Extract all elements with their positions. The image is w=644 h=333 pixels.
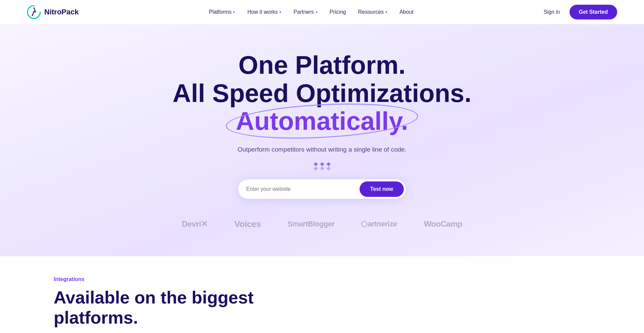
hero-title: One Platform. All Speed Optimizations. A…: [173, 51, 472, 135]
dot-decoration: [326, 162, 331, 166]
nav-item-partners[interactable]: Partners ▾: [293, 9, 317, 15]
woocamp-logo: WooCamp: [424, 219, 462, 229]
partnerize-p-icon: [361, 221, 367, 227]
dot-decoration: [320, 162, 324, 166]
nav-item-about[interactable]: About: [399, 9, 414, 15]
chevron-down-icon: ▾: [316, 10, 318, 14]
voices-logo: Voices: [234, 219, 261, 229]
hero-auto-word: Automatically.: [236, 107, 408, 135]
test-now-button[interactable]: Test now: [360, 181, 404, 197]
partner-logos-row: Devri✕ Voices SmartBlogger artnerize Woo…: [182, 219, 462, 229]
logo-text: NitroPack: [44, 8, 79, 16]
nav-item-how-it-works[interactable]: How it works ▾: [247, 9, 281, 15]
dot-decoration: [314, 166, 318, 171]
dot-decoration: [314, 162, 318, 166]
partnerize-logo: artnerize: [361, 220, 397, 228]
dot-decoration: [326, 166, 331, 171]
devrix-logo: Devri✕: [182, 219, 208, 229]
sign-in-link[interactable]: Sign in: [544, 9, 560, 15]
nav-links: Platforms ▾ How it works ▾ Partners ▾ Pr…: [209, 9, 414, 15]
integrations-section: Integrations Available on the biggest pl…: [0, 256, 644, 333]
nav-right: Sign in Get Started: [544, 5, 617, 19]
dot-decoration: [320, 166, 324, 171]
get-started-button[interactable]: Get Started: [570, 5, 617, 19]
nav-item-platforms[interactable]: Platforms ▾: [209, 9, 235, 15]
logo-area[interactable]: NitroPack: [27, 5, 79, 19]
website-search-bar: Test now: [238, 179, 406, 199]
chevron-down-icon: ▾: [385, 10, 387, 14]
nav-item-pricing[interactable]: Pricing: [330, 9, 346, 15]
nav-item-resources[interactable]: Resources ▾: [358, 9, 387, 15]
chevron-dots-decoration: [314, 163, 330, 170]
devrix-x: ✕: [201, 219, 208, 228]
main-nav: NitroPack Platforms ▾ How it works ▾ Par…: [0, 0, 644, 24]
nitropack-logo-icon: [27, 5, 41, 19]
integrations-label: Integrations: [54, 276, 590, 282]
hero-section: One Platform. All Speed Optimizations. A…: [0, 24, 644, 256]
website-input[interactable]: [246, 186, 360, 192]
chevron-down-icon: ▾: [233, 10, 235, 14]
smartblogger-logo: SmartBlogger: [288, 220, 334, 228]
hero-subtitle: Outperform competitors without writing a…: [237, 146, 407, 153]
integrations-title: Available on the biggest platforms.: [54, 288, 255, 328]
chevron-down-icon: ▾: [279, 10, 281, 14]
